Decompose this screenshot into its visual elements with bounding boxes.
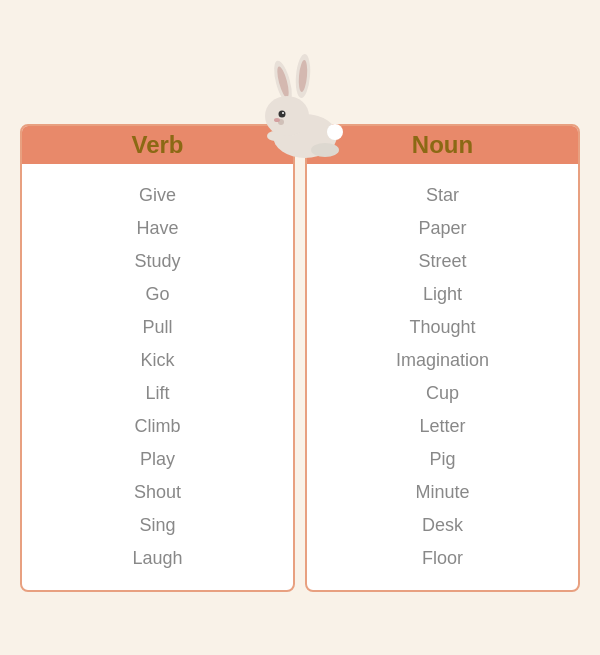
svg-point-7 xyxy=(279,110,286,117)
list-item: Play xyxy=(140,446,175,473)
noun-column: Noun StarPaperStreetLightThoughtImaginat… xyxy=(305,124,580,592)
list-item: Light xyxy=(423,281,462,308)
svg-point-10 xyxy=(327,124,343,140)
list-item: Give xyxy=(139,182,176,209)
list-item: Pull xyxy=(142,314,172,341)
svg-point-8 xyxy=(282,112,284,114)
list-item: Climb xyxy=(134,413,180,440)
verb-body: GiveHaveStudyGoPullKickLiftClimbPlayShou… xyxy=(22,164,293,590)
svg-point-9 xyxy=(274,118,280,122)
list-item: Street xyxy=(418,248,466,275)
list-item: Imagination xyxy=(396,347,489,374)
noun-body: StarPaperStreetLightThoughtImaginationCu… xyxy=(307,164,578,590)
bunny-decoration xyxy=(245,54,355,164)
list-item: Paper xyxy=(418,215,466,242)
list-item: Sing xyxy=(139,512,175,539)
list-item: Lift xyxy=(145,380,169,407)
list-item: Study xyxy=(134,248,180,275)
list-item: Letter xyxy=(419,413,465,440)
columns-wrapper: Verb GiveHaveStudyGoPullKickLiftClimbPla… xyxy=(20,124,580,592)
list-item: Cup xyxy=(426,380,459,407)
list-item: Laugh xyxy=(132,545,182,572)
list-item: Desk xyxy=(422,512,463,539)
verb-title: Verb xyxy=(131,131,183,159)
list-item: Kick xyxy=(140,347,174,374)
list-item: Thought xyxy=(409,314,475,341)
list-item: Floor xyxy=(422,545,463,572)
list-item: Shout xyxy=(134,479,181,506)
svg-point-12 xyxy=(311,143,339,157)
list-item: Pig xyxy=(429,446,455,473)
list-item: Star xyxy=(426,182,459,209)
list-item: Go xyxy=(145,281,169,308)
verb-column: Verb GiveHaveStudyGoPullKickLiftClimbPla… xyxy=(20,124,295,592)
main-container: Verb GiveHaveStudyGoPullKickLiftClimbPla… xyxy=(20,64,580,592)
noun-title: Noun xyxy=(412,131,473,159)
svg-point-5 xyxy=(265,96,309,136)
list-item: Minute xyxy=(415,479,469,506)
list-item: Have xyxy=(136,215,178,242)
svg-point-11 xyxy=(267,131,283,141)
